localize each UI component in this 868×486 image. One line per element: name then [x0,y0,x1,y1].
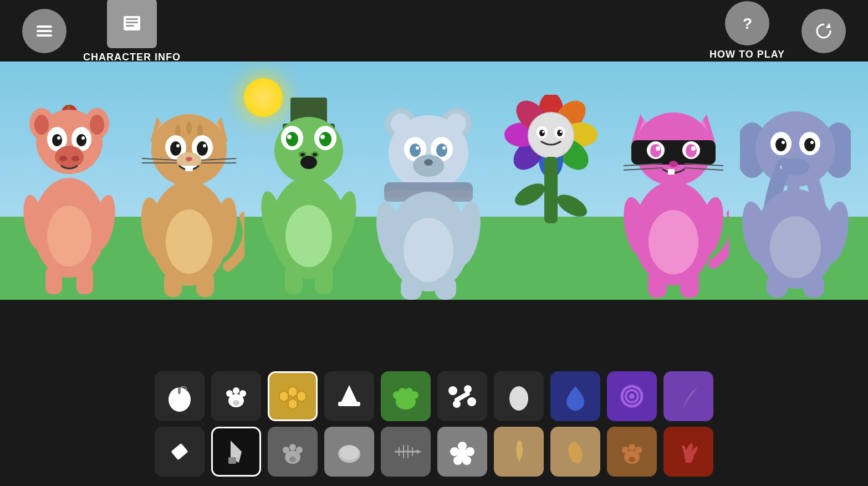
svg-point-182 [411,391,418,399]
tool-stone[interactable] [324,427,374,477]
feather-icon [672,380,705,413]
svg-point-200 [289,457,296,462]
cat-character[interactable] [134,100,244,300]
svg-point-21 [55,146,84,168]
menu-button[interactable] [22,9,67,53]
svg-rect-99 [435,277,456,300]
svg-point-132 [656,146,660,151]
tool-frog-hand[interactable] [381,371,431,421]
tool-feather[interactable] [663,371,713,421]
svg-point-119 [534,274,568,287]
svg-point-151 [775,138,787,151]
svg-rect-163 [767,274,788,298]
tool-antler[interactable] [663,427,713,477]
svg-rect-4 [126,18,138,20]
svg-marker-174 [297,391,306,402]
frog-character[interactable] [256,95,361,300]
pig-character[interactable] [17,100,122,300]
svg-point-87 [442,146,446,150]
tool-knife[interactable] [211,427,261,477]
bear-character[interactable] [373,100,484,300]
svg-point-45 [186,157,192,161]
svg-point-19 [57,136,60,140]
svg-point-68 [300,153,305,156]
svg-point-42 [176,144,180,147]
tool-apple[interactable] [155,371,205,421]
tool-claw[interactable] [494,427,544,477]
top-bar: CHARACTER INFO ? HOW TO PLAY [0,0,868,62]
masked-cat-character[interactable] [618,100,729,300]
svg-rect-1 [37,30,52,32]
question-icon: ? [736,12,758,34]
cat-svg [134,100,244,300]
character-info-button[interactable] [107,0,157,48]
svg-rect-6 [126,25,134,27]
svg-point-187 [464,385,472,393]
tool-flower-puff[interactable] [437,427,487,477]
svg-point-153 [782,141,785,144]
svg-point-185 [467,397,476,406]
svg-marker-177 [339,385,359,406]
svg-point-215 [566,440,585,465]
svg-point-115 [560,131,562,133]
elephant-character[interactable] [740,100,851,300]
reset-icon [813,20,835,42]
elephant-svg [740,100,851,300]
svg-rect-75 [285,264,303,294]
bottom-toolbar [0,361,868,486]
egg-icon [502,380,535,413]
svg-point-70 [300,156,317,169]
menu-icon [33,20,55,42]
tool-paw-brown[interactable] [607,427,657,477]
tool-paw-gray[interactable] [268,427,318,477]
svg-rect-193 [171,443,188,460]
hat-icon [333,380,366,413]
svg-rect-56 [196,272,214,297]
tool-honeycomb[interactable] [268,371,318,421]
svg-rect-164 [803,274,824,298]
svg-point-220 [629,457,635,462]
svg-point-40 [170,141,181,156]
tool-hat[interactable] [324,371,374,421]
tool-eraser[interactable] [155,427,205,477]
how-to-play-button-group[interactable]: ? HOW TO PLAY [709,1,785,60]
svg-point-22 [59,156,67,161]
tool-bone[interactable] [437,371,487,421]
knife-icon [219,435,253,468]
svg-point-202 [340,446,359,460]
tool-fishbone[interactable] [381,427,431,477]
flower-puff-icon [446,435,479,468]
svg-point-14 [90,115,104,135]
svg-point-17 [52,134,62,146]
stone-icon [333,435,366,468]
tool-paw[interactable] [211,371,261,421]
svg-point-198 [289,444,296,451]
frog-svg [256,95,361,300]
how-to-play-button[interactable]: ? [725,1,769,45]
svg-point-63 [319,132,331,146]
character-info-button-group[interactable]: CHARACTER INFO [83,0,181,63]
tool-drop[interactable] [550,371,600,421]
svg-point-59 [274,117,343,183]
frog-hand-icon [389,380,422,413]
svg-point-112 [539,130,545,136]
svg-point-197 [283,447,289,453]
reset-button-group[interactable] [801,9,846,53]
svg-rect-0 [37,25,52,28]
svg-point-118 [553,190,590,221]
tool-seed[interactable] [550,427,600,477]
svg-point-84 [410,144,421,157]
menu-button-group[interactable] [22,9,67,53]
tool-egg[interactable] [494,371,544,421]
svg-point-36 [186,121,192,135]
toolbar-row-1 [155,371,713,421]
svg-point-69 [313,153,317,156]
how-to-play-label: HOW TO PLAY [709,49,785,60]
svg-point-168 [226,390,233,397]
svg-point-180 [399,388,406,396]
tool-snail[interactable] [607,371,657,421]
characters-row [0,95,868,300]
claw-icon [502,435,535,468]
flower-character[interactable] [496,95,606,300]
reset-button[interactable] [801,9,846,53]
